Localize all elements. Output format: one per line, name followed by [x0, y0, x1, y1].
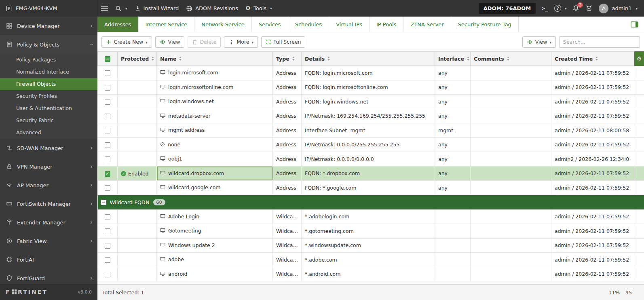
- table-row[interactable]: login.windows.netAddressFQDN: login.wind…: [98, 95, 644, 109]
- sidebar-item-fortiswitch-manager[interactable]: FortiSwitch Manager: [0, 194, 97, 213]
- sidebar-item-sd-wan-manager[interactable]: SD-WAN Manager: [0, 139, 97, 157]
- ap-icon: [6, 182, 13, 188]
- gear-spacer-cell: [634, 137, 644, 152]
- row-checkbox[interactable]: [105, 214, 110, 220]
- gear-icon: [245, 5, 251, 11]
- tab-security-posture-tag[interactable]: Security Posture Tag: [451, 17, 519, 32]
- column-settings-gear-icon[interactable]: [634, 52, 644, 65]
- tab-addresses[interactable]: Addresses: [97, 17, 139, 32]
- type-cell: Address: [273, 80, 302, 95]
- comments-cell: [471, 253, 551, 267]
- sidebar-item-ap-manager[interactable]: AP Manager: [0, 176, 97, 194]
- tab-internet-service[interactable]: Internet Service: [139, 17, 195, 32]
- sidebar-item-normalized-interface[interactable]: Normalized Interface: [0, 66, 97, 78]
- install-wizard-button[interactable]: Install Wizard: [131, 0, 183, 17]
- adom-revisions-button[interactable]: ADOM Revisions: [182, 0, 242, 17]
- table-row[interactable]: noneAddressIP/Netmask: 0.0.0.0/255.255.2…: [98, 137, 644, 152]
- row-checkbox[interactable]: [105, 99, 110, 105]
- column-header-created-time[interactable]: Created Time: [551, 52, 634, 66]
- assistant-button[interactable]: [585, 0, 593, 17]
- view-options-button[interactable]: View: [522, 36, 556, 48]
- sidebar: Device ManagerPolicy & ObjectsPolicy Pac…: [0, 17, 97, 300]
- sidebar-item-device-manager[interactable]: Device Manager: [0, 17, 97, 35]
- chevron-right-icon: [90, 23, 93, 29]
- table-row[interactable]: metadata-serverAddressIP/Netmask: 169.25…: [98, 109, 644, 123]
- sidebar-item-user-authentication[interactable]: User & Authentication: [0, 102, 97, 114]
- column-header-name[interactable]: Name: [157, 52, 273, 66]
- row-checkbox[interactable]: [105, 257, 110, 263]
- tab-virtual-ips[interactable]: Virtual IPs: [329, 17, 370, 32]
- tab-schedules[interactable]: Schedules: [288, 17, 329, 32]
- sidebar-item-extender-manager[interactable]: Extender Manager: [0, 213, 97, 232]
- column-header-type[interactable]: Type: [273, 52, 302, 66]
- notifications-button[interactable]: 2: [572, 0, 579, 17]
- global-search-button[interactable]: [112, 0, 131, 17]
- row-checkbox[interactable]: [105, 228, 110, 234]
- row-checkbox[interactable]: [105, 156, 110, 162]
- sidebar-item-fortiai[interactable]: FortiAI: [0, 250, 97, 269]
- user-menu[interactable]: A admin1: [599, 4, 638, 13]
- table-row[interactable]: mgmt addressAddressInterface Subnet: mgm…: [98, 123, 644, 138]
- row-checkbox[interactable]: [105, 185, 110, 191]
- address-table-body: login.microsoft.comAddressFQDN: login.mi…: [98, 66, 644, 281]
- table-row[interactable]: Windows update 2Wildcard FQDN*.windowsup…: [98, 238, 644, 253]
- column-header-comments[interactable]: Comments: [471, 52, 551, 66]
- cli-console-button[interactable]: [542, 0, 548, 17]
- table-row[interactable]: GotomeetingWildcard FQDN*.gotomeeting.co…: [98, 224, 644, 239]
- address-name: wildcard.dropbox.com: [168, 170, 224, 176]
- address-name: wildcard.google.com: [168, 184, 220, 190]
- table-row[interactable]: adobeWildcard FQDN*.adobe.comadmin / 202…: [98, 253, 644, 267]
- view-button[interactable]: View: [155, 36, 185, 48]
- group-header-row[interactable]: Wildcard FQDN60: [98, 195, 644, 209]
- tab-ztna-server[interactable]: ZTNA Server: [403, 17, 451, 32]
- row-checkbox[interactable]: [105, 85, 110, 91]
- sidebar-item-policy-objects[interactable]: Policy & Objects: [0, 35, 97, 54]
- table-row[interactable]: oobj1AddressIP/Netmask: 0.0.0.0/0.0.0.0a…: [98, 152, 644, 167]
- address-host-icon: [160, 85, 165, 91]
- sidebar-item-policy-packages[interactable]: Policy Packages: [0, 54, 97, 66]
- column-header-protected[interactable]: Protected: [118, 52, 157, 66]
- more-button[interactable]: More: [224, 36, 258, 48]
- table-row[interactable]: login.microsoftonline.comAddressFQDN: lo…: [98, 80, 644, 95]
- sidebar-item-label: Extender Manager: [17, 220, 86, 226]
- row-checkbox[interactable]: [105, 171, 110, 177]
- sidebar-item-firewall-objects[interactable]: Firewall Objects: [0, 78, 97, 90]
- table-row[interactable]: login.microsoft.comAddressFQDN: login.mi…: [98, 66, 644, 80]
- sidebar-item-advanced[interactable]: Advanced: [0, 127, 97, 139]
- sidebar-item-security-fabric[interactable]: Security Fabric: [0, 114, 97, 127]
- tab-services[interactable]: Services: [252, 17, 288, 32]
- search-input[interactable]: [559, 36, 640, 48]
- row-checkbox[interactable]: [105, 272, 110, 277]
- row-checkbox[interactable]: [105, 114, 110, 119]
- help-button[interactable]: [554, 0, 567, 17]
- full-screen-button[interactable]: Full Screen: [261, 36, 305, 48]
- table-row[interactable]: androidWildcard FQDN*.android.comadmin /…: [98, 267, 644, 281]
- sidebar-item-fabric-view[interactable]: Fabric View: [0, 232, 97, 250]
- sidebar-item-vpn-manager[interactable]: VPN Manager: [0, 157, 97, 176]
- column-header-interface[interactable]: Interface: [435, 52, 471, 66]
- name-cell: mgmt address: [157, 123, 273, 138]
- sidebar-item-label: Device Manager: [17, 23, 86, 29]
- empty-address-icon: [160, 142, 165, 148]
- tab-ip-pools[interactable]: IP Pools: [370, 17, 403, 32]
- tools-button[interactable]: Tools: [242, 0, 276, 17]
- protected-cell: [118, 267, 157, 281]
- create-new-button[interactable]: Create New: [101, 36, 152, 48]
- sidebar-item-security-profiles[interactable]: Security Profiles: [0, 90, 97, 102]
- row-checkbox[interactable]: [105, 128, 110, 133]
- panel-toggle-icon[interactable]: [625, 17, 644, 32]
- tab-network-service[interactable]: Network Service: [194, 17, 251, 32]
- row-checkbox[interactable]: [105, 142, 110, 148]
- column-header-details[interactable]: Details: [302, 52, 435, 66]
- delete-button[interactable]: Delete: [188, 36, 221, 48]
- table-row[interactable]: Adobe LoginWildcard FQDN*.adobelogin.com…: [98, 209, 644, 224]
- select-all-checkbox[interactable]: [105, 56, 110, 62]
- table-row[interactable]: Enabledwildcard.dropbox.comAddressFQDN: …: [98, 166, 644, 181]
- row-checkbox[interactable]: [105, 243, 110, 249]
- adom-badge[interactable]: ADOM: 76ADOM: [479, 3, 536, 14]
- sidebar-collapse-button[interactable]: [97, 0, 112, 17]
- row-checkbox[interactable]: [105, 70, 110, 76]
- collapse-icon[interactable]: [101, 200, 106, 205]
- table-row[interactable]: wildcard.google.comAddressFQDN: *.google…: [98, 181, 644, 195]
- sort-icon: [152, 57, 154, 61]
